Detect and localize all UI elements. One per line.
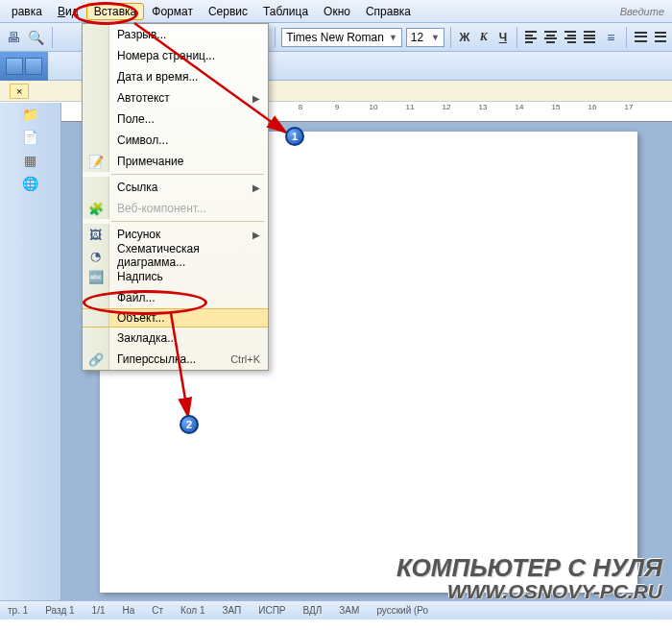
menu-item-date-time[interactable]: Дата и время...	[83, 66, 268, 87]
align-justify-button[interactable]	[582, 30, 597, 45]
menu-item-comment[interactable]: 📝Примечание	[83, 151, 268, 172]
insert-menu-dropdown: Разрыв... Номера страниц... Дата и время…	[82, 23, 269, 371]
align-right-button[interactable]	[563, 30, 578, 45]
menu-item-file[interactable]: Файл...	[83, 287, 268, 308]
menu-item-diagram[interactable]: ◔Схематическая диаграмма...	[83, 245, 268, 266]
help-search[interactable]: Введите	[620, 6, 668, 17]
grid-icon[interactable]: ▦	[0, 149, 60, 172]
separator	[275, 27, 276, 48]
menu-edit[interactable]: равка	[4, 3, 50, 20]
status-col: Кол 1	[180, 605, 204, 616]
status-ext: ВДЛ	[303, 605, 323, 616]
separator	[52, 27, 53, 48]
comment-icon: 📝	[83, 151, 109, 172]
menu-item-page-numbers[interactable]: Номера страниц...	[83, 45, 268, 66]
chevron-down-icon: ▼	[389, 33, 397, 42]
font-family-select[interactable]: Times New Roman▼	[281, 28, 401, 47]
globe-icon[interactable]: 🌐	[0, 172, 60, 195]
hyperlink-icon: 🔗	[83, 349, 109, 370]
menu-item-web-component: 🧩Веб-компонент...	[83, 198, 268, 219]
view-mode-button[interactable]	[25, 58, 42, 75]
status-pagecount: 1/1	[92, 605, 106, 616]
menu-separator	[111, 174, 264, 175]
status-lang: русский (Ро	[376, 605, 428, 616]
menu-item-field[interactable]: Поле...	[83, 109, 268, 130]
menu-format[interactable]: Формат	[144, 3, 201, 20]
watermark: КОМПЬЮТЕР С НУЛЯ WWW.OSNOVY-PC.RU	[396, 555, 662, 602]
textbox-icon: 🔤	[83, 266, 109, 287]
annotation-badge-2: 2	[180, 415, 199, 434]
menu-item-bookmark[interactable]: Закладка...	[83, 328, 268, 349]
watermark-line1: КОМПЬЮТЕР С НУЛЯ	[396, 555, 662, 581]
status-bar: тр. 1 Разд 1 1/1 На Ст Кол 1 ЗАП ИСПР ВД…	[0, 600, 672, 619]
bold-button[interactable]: Ж	[457, 31, 472, 44]
menu-window[interactable]: Окно	[316, 3, 358, 20]
status-trk: ИСПР	[258, 605, 285, 616]
menu-tools[interactable]: Сервис	[201, 3, 255, 20]
italic-button[interactable]: К	[476, 30, 492, 44]
preview-icon[interactable]: 🔍	[27, 27, 46, 48]
view-mode-button[interactable]	[6, 58, 23, 75]
menu-item-symbol[interactable]: Символ...	[83, 130, 268, 151]
print-icon[interactable]: 🖶	[4, 27, 23, 48]
diagram-icon: ◔	[83, 245, 109, 266]
line-spacing-button[interactable]: ≡	[601, 27, 620, 48]
status-section: Разд 1	[45, 605, 74, 616]
component-icon: 🧩	[83, 198, 109, 219]
submenu-arrow-icon: ▶	[252, 182, 260, 193]
menu-insert[interactable]: Вставка	[86, 3, 145, 20]
side-toolbar: 📁 📄 ▦ 🌐	[0, 103, 61, 600]
status-ovr: ЗАМ	[339, 605, 359, 616]
tab-close-button[interactable]: ×	[10, 84, 29, 99]
menu-view[interactable]: Вид	[50, 3, 86, 20]
menu-item-hyperlink[interactable]: 🔗Гиперссылка...Ctrl+K	[83, 349, 268, 370]
status-page: тр. 1	[8, 605, 28, 616]
submenu-arrow-icon: ▶	[252, 93, 260, 104]
menu-item-reference[interactable]: Ссылка▶	[83, 177, 268, 198]
status-rec: ЗАП	[222, 605, 241, 616]
menu-item-autotext[interactable]: Автотекст▶	[83, 87, 268, 109]
menu-item-textbox[interactable]: 🔤Надпись	[83, 266, 268, 287]
status-at: На	[123, 605, 135, 616]
numbered-list-button[interactable]	[633, 30, 648, 45]
menu-item-break[interactable]: Разрыв...	[83, 24, 268, 45]
menu-separator	[111, 221, 264, 222]
align-left-button[interactable]	[523, 30, 539, 45]
status-line: Ст	[152, 605, 163, 616]
menu-help[interactable]: Справка	[358, 3, 419, 20]
menu-item-object[interactable]: Объект...	[83, 308, 268, 328]
separator	[516, 27, 517, 48]
annotation-badge-1: 1	[285, 127, 304, 146]
separator	[626, 27, 627, 48]
align-center-button[interactable]	[542, 30, 558, 45]
menu-table[interactable]: Таблица	[255, 3, 316, 20]
menubar: равка Вид Вставка Формат Сервис Таблица …	[0, 0, 672, 23]
bullet-list-button[interactable]	[653, 30, 668, 45]
separator	[450, 27, 451, 48]
submenu-arrow-icon: ▶	[252, 230, 260, 240]
doc-icon[interactable]: 📄	[0, 126, 60, 149]
picture-icon: 🖼	[83, 224, 109, 245]
view-buttons[interactable]	[0, 52, 48, 81]
watermark-line2: WWW.OSNOVY-PC.RU	[396, 581, 662, 602]
underline-button[interactable]: Ч	[495, 31, 511, 44]
chevron-down-icon: ▼	[431, 33, 440, 42]
folder-icon[interactable]: 📁	[0, 103, 60, 126]
font-size-select[interactable]: 12▼	[406, 28, 444, 47]
